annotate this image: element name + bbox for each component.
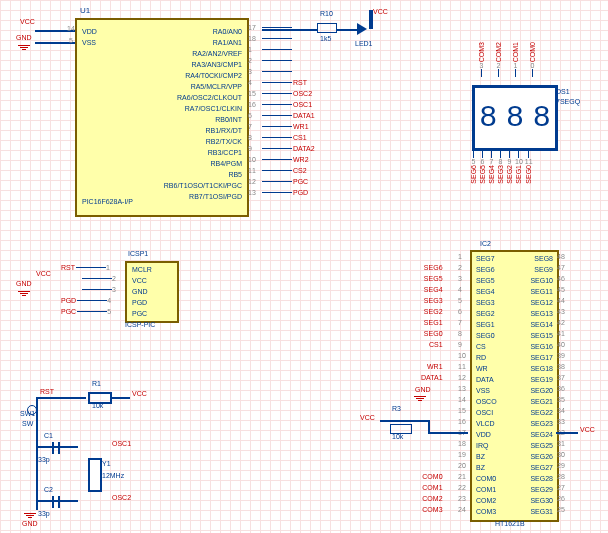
r3-ref: R3	[392, 405, 401, 412]
pin-label: OSCO	[476, 396, 497, 407]
y1-crystal	[88, 458, 102, 492]
pin-label: RB7/T1OSI/PGD	[189, 191, 242, 202]
pin-label: SEG29	[530, 484, 553, 495]
u1-right-stubs: 17181234RST15OSC216OSC16DATA17WR18CS19DA…	[248, 22, 316, 198]
pin-num: 8	[458, 328, 466, 339]
pin-label: RB0/INT	[215, 114, 242, 125]
pin-num: 25	[557, 504, 565, 515]
seg-pin: 10SEG1	[515, 150, 523, 184]
net-label	[420, 460, 444, 471]
led1-ref: LED1	[355, 40, 373, 47]
ds1-top-pins: COM33COM22COM11COM00	[478, 42, 536, 77]
pin-label: RB3/CCP1	[208, 147, 242, 158]
osc1-net: OSC1	[112, 440, 131, 447]
net-label: SEG6	[420, 262, 444, 273]
pin-label: RB5	[228, 169, 242, 180]
pin-label: BZ	[476, 451, 497, 462]
vcc-rst: VCC	[132, 390, 147, 397]
y1-ref: Y1	[102, 460, 111, 467]
pin-num: 9	[458, 339, 466, 350]
net-label: SEG3	[420, 295, 444, 306]
pin-label: RA7/OSC1/CLKIN	[185, 103, 242, 114]
seg-digit: 8	[533, 103, 551, 133]
vcc-led: VCC	[373, 8, 388, 15]
seg-pin: 6SEG5	[479, 150, 486, 184]
pin-num: 30	[557, 449, 565, 460]
seg-digit: 8	[506, 103, 524, 133]
c2	[52, 496, 60, 508]
net-label: COM2	[420, 493, 444, 504]
pin-num: 23	[458, 493, 466, 504]
pin-label: RA0/AN0	[213, 26, 242, 37]
pin-label: RA5/MCLR/VPP	[191, 81, 242, 92]
ds1-display: 8 8 8	[472, 85, 558, 151]
pin-stub: 2	[248, 55, 316, 66]
pin-stub: PGC5	[60, 306, 116, 317]
seg-pin: COM11	[512, 42, 519, 77]
pin-num: 21	[458, 471, 466, 482]
wire	[262, 29, 317, 31]
pin-stub: 16OSC1	[248, 99, 316, 110]
net-label	[420, 350, 444, 361]
pin-num: 2	[458, 262, 466, 273]
pin-num: 5	[458, 295, 466, 306]
ic2-ref: IC2	[480, 240, 491, 247]
icsp-part: ICSP-PIC	[125, 321, 155, 328]
pin-num: 28	[557, 471, 565, 482]
seg-digit: 8	[479, 103, 497, 133]
seg-pin: COM33	[478, 42, 485, 77]
pin-label: VSS	[476, 385, 497, 396]
c1-val: 33p	[38, 456, 50, 463]
wire	[110, 397, 130, 399]
pin-label: COM1	[476, 484, 497, 495]
pin-label: RB2/TX/CK	[206, 136, 242, 147]
u1-ref: U1	[80, 6, 90, 15]
seg-pin: 11SEG0	[525, 150, 533, 184]
pin-label: SEG20	[530, 385, 553, 396]
pin-label: SEG4	[476, 286, 497, 297]
net-label: SEG0	[420, 328, 444, 339]
pin-label: SEG12	[530, 297, 553, 308]
net-label: SEG4	[420, 284, 444, 295]
pin-label: COM2	[476, 495, 497, 506]
pin-num: 19	[458, 449, 466, 460]
pin-label: SEG13	[530, 308, 553, 319]
gnd-osc	[24, 512, 36, 519]
ic2-left-nums: 123456789101112131415161718192021222324	[458, 251, 466, 515]
pin-label: GND	[132, 286, 152, 297]
pin-label: VCC	[132, 275, 152, 286]
pin-num: 36	[557, 383, 565, 394]
pin-stub: 18	[248, 33, 316, 44]
pin-label: SEG16	[530, 341, 553, 352]
net-label: DATA1	[420, 372, 444, 383]
pin-num: 7	[458, 317, 466, 328]
pin-stub: 3	[60, 284, 116, 295]
gnd-label: GND	[16, 280, 32, 287]
pin-num: 16	[458, 416, 466, 427]
icsp-ref: ICSP1	[128, 250, 148, 257]
y1-val: 12MHz	[102, 472, 124, 479]
gnd-label: GND	[16, 34, 32, 41]
pin-label: SEG11	[530, 286, 553, 297]
pin-label: RB4/PGM	[210, 158, 242, 169]
u1-part: PIC16F628A-I/P	[82, 198, 133, 205]
c1-ref: C1	[44, 432, 53, 439]
icsp-body: MCLRVCCGNDPGDPGC	[125, 261, 179, 323]
pin-label: SEG0	[476, 330, 497, 341]
pin-num: 26	[557, 493, 565, 504]
vcc-r3: VCC	[360, 414, 375, 421]
pin-num: 47	[557, 262, 565, 273]
seg-pin: COM00	[529, 42, 536, 77]
r1-val: 10k	[92, 402, 103, 409]
pin-label: SEG15	[530, 330, 553, 341]
r3-val: 10k	[392, 433, 403, 440]
pin-label: SEG2	[476, 308, 497, 319]
wire	[380, 420, 418, 422]
pin-num: 10	[458, 350, 466, 361]
pin-num: 44	[557, 295, 565, 306]
gnd-ic2	[414, 395, 426, 402]
pin-num: 4	[458, 284, 466, 295]
pin-num: 31	[557, 438, 565, 449]
net-label: COM3	[420, 504, 444, 515]
pin-num: 20	[458, 460, 466, 471]
